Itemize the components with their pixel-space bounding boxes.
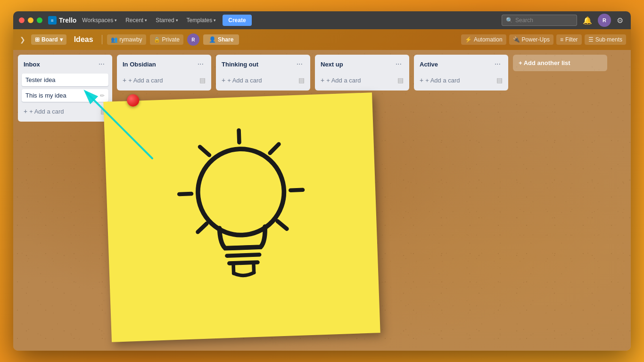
add-card-button-active[interactable]: + + Add a card ▤ [418, 74, 504, 87]
share-icon: 👤 [209, 36, 216, 43]
subments-icon: ☰ [588, 36, 594, 43]
lock-icon: 🔒 [154, 37, 160, 43]
chevron-down-icon: ▾ [214, 18, 216, 23]
list-menu-button-obsidian[interactable]: ··· [196, 59, 206, 69]
add-card-button-thinking[interactable]: + + Add a card ▤ [220, 74, 306, 87]
share-button[interactable]: 👤 Share [203, 34, 239, 45]
board-type-button[interactable]: ⊞ Board ▾ [31, 34, 66, 45]
lightbulb-drawing [131, 117, 353, 317]
workspaces-nav[interactable]: Workspaces ▾ [78, 15, 121, 25]
board-header-right: ⚡ Automation 🔌 Power-Ups ≡ Filter ☰ Sub·… [461, 34, 626, 45]
trello-wordmark: Trello [59, 16, 76, 24]
chevron-down-icon: ▾ [60, 36, 63, 43]
template-icon: ▤ [199, 76, 206, 84]
user-avatar[interactable]: R [598, 14, 611, 27]
chevron-down-icon: ▾ [176, 18, 178, 23]
fullscreen-button[interactable] [37, 17, 42, 23]
templates-nav[interactable]: Templates ▾ [183, 15, 220, 25]
list-thinking-out: Thinking out ··· + + Add a card ▤ [216, 55, 310, 90]
list-inbox: Inbox ··· Tester idea This is my idea ✏ … [18, 55, 112, 122]
board-title[interactable]: Ideas [70, 33, 97, 46]
template-icon: ▤ [496, 76, 503, 84]
list-header-active: Active ··· [418, 58, 504, 70]
title-bar-right: 🔍 Search 🔔 R ⚙ [502, 14, 625, 27]
svg-point-0 [197, 148, 286, 237]
list-title-thinking: Thinking out [222, 61, 258, 68]
svg-line-7 [270, 144, 279, 153]
minimize-button[interactable] [28, 17, 33, 23]
card-this-is-my-idea[interactable]: This is my idea ✏ [22, 89, 108, 102]
list-header-obsidian: In Obsidian ··· [121, 58, 207, 70]
mac-window: ≡ Trello Workspaces ▾ Recent ▾ Starred ▾… [13, 11, 631, 351]
add-list-button[interactable]: + Add another list [513, 55, 607, 71]
list-title-nextup: Next up [321, 61, 343, 68]
sticky-note [103, 92, 380, 342]
search-bar[interactable]: 🔍 Search [502, 15, 577, 26]
list-menu-button-nextup[interactable]: ··· [394, 59, 404, 69]
automation-button[interactable]: ⚡ Automation [461, 34, 506, 45]
list-header-nextup: Next up ··· [319, 58, 405, 70]
list-title-inbox: Inbox [24, 61, 40, 68]
recent-nav[interactable]: Recent ▾ [122, 15, 151, 25]
list-next-up: Next up ··· + + Add a card ▤ [315, 55, 409, 90]
trello-icon: ≡ [48, 16, 57, 25]
collapse-sidebar-icon[interactable]: ❯ [18, 34, 27, 45]
template-icon: ▤ [298, 76, 305, 84]
close-button[interactable] [19, 17, 25, 23]
svg-line-1 [225, 247, 261, 248]
filter-button[interactable]: ≡ Filter [556, 34, 582, 45]
list-in-obsidian: In Obsidian ··· + + Add a card ▤ [117, 55, 211, 90]
title-bar: ≡ Trello Workspaces ▾ Recent ▾ Starred ▾… [13, 11, 631, 29]
svg-line-2 [227, 255, 259, 255]
traffic-lights [19, 17, 42, 23]
board-content: Inbox ··· Tester idea This is my idea ✏ … [13, 50, 631, 351]
list-title-active: Active [420, 61, 438, 68]
svg-line-9 [277, 221, 287, 229]
search-icon: 🔍 [506, 17, 513, 24]
search-placeholder: Search [515, 17, 533, 24]
create-button[interactable]: Create [223, 15, 251, 26]
board-header: ❯ ⊞ Board ▾ Ideas 👥 rymawby 🔒 Private R … [13, 29, 631, 50]
visibility-button[interactable]: 🔒 Private [150, 34, 183, 45]
divider [102, 35, 102, 44]
starred-nav[interactable]: Starred ▾ [152, 15, 182, 25]
list-menu-button-thinking[interactable]: ··· [295, 59, 305, 69]
powerup-icon: 🔌 [513, 36, 520, 43]
nav-items: Workspaces ▾ Recent ▾ Starred ▾ Template… [78, 15, 502, 26]
board-user-avatar[interactable]: R [187, 33, 199, 46]
list-menu-button-active[interactable]: ··· [493, 59, 503, 69]
chevron-down-icon: ▾ [145, 18, 147, 23]
workspace-button[interactable]: 👥 rymawby [107, 34, 146, 45]
list-header-thinking: Thinking out ··· [220, 58, 306, 70]
edit-icon: ✏ [100, 92, 105, 99]
svg-line-12 [200, 147, 209, 156]
filter-icon: ≡ [560, 36, 563, 43]
trello-logo: ≡ Trello [48, 16, 76, 25]
svg-line-8 [290, 190, 303, 190]
list-menu-button-inbox[interactable]: ··· [97, 59, 107, 69]
sticky-note-container [103, 92, 380, 342]
card-tester-idea[interactable]: Tester idea [22, 74, 108, 86]
power-ups-button[interactable]: 🔌 Power-Ups [509, 34, 553, 45]
list-active: Active ··· + + Add a card ▤ [414, 55, 508, 90]
plus-icon: + [222, 76, 225, 84]
plus-icon: + [24, 107, 27, 115]
plus-icon: + [123, 76, 126, 84]
notification-icon[interactable]: 🔔 [581, 14, 594, 27]
settings-icon[interactable]: ⚙ [615, 14, 625, 27]
automation-icon: ⚡ [465, 36, 472, 43]
plus-icon: + [420, 76, 423, 84]
plus-icon: + [321, 76, 324, 84]
board-grid-icon: ⊞ [35, 36, 40, 43]
add-card-button-inbox[interactable]: + + Add a card ▤ [22, 105, 108, 118]
template-icon: ▤ [397, 76, 404, 84]
subments-button[interactable]: ☰ Sub·ments [585, 34, 626, 45]
svg-line-6 [239, 130, 239, 142]
chevron-down-icon: ▾ [115, 18, 117, 23]
svg-line-11 [179, 194, 191, 194]
svg-line-10 [198, 223, 207, 232]
cork-background: Inbox ··· Tester idea This is my idea ✏ … [13, 50, 631, 351]
add-card-button-obsidian[interactable]: + + Add a card ▤ [121, 74, 207, 87]
list-title-obsidian: In Obsidian [123, 61, 156, 68]
add-card-button-nextup[interactable]: + + Add a card ▤ [319, 74, 405, 87]
